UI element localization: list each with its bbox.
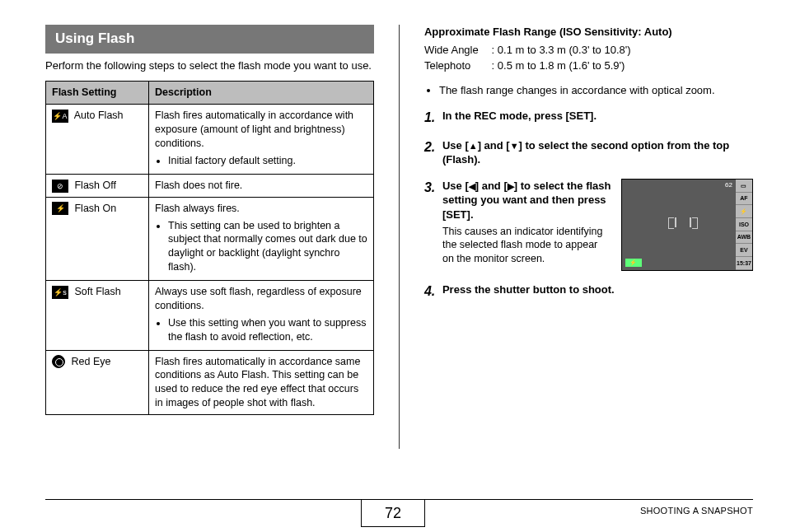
- range-note: The flash range changes in accordance wi…: [424, 83, 753, 98]
- description-bullet: This setting can be used to brighten a s…: [168, 219, 367, 275]
- step-number: 1.: [424, 109, 442, 127]
- lcd-side-panel: ▭AF⚡ISOAWBEV15:37: [736, 180, 752, 270]
- range-wide-value: : 0.1 m to 3.3 m (0.3' to 10.8'): [492, 44, 631, 56]
- step-sub: This causes an indicator identifying the…: [442, 225, 611, 267]
- down-arrow-icon: ▼: [510, 140, 519, 152]
- col-header-setting: Flash Setting: [46, 82, 149, 105]
- manual-page: Using Flash Perform the following steps …: [0, 0, 786, 457]
- flash-mode-icon: ⚡s: [52, 286, 68, 299]
- section-title: Using Flash: [45, 25, 374, 54]
- setting-cell: ⚡s Soft Flash: [46, 281, 149, 351]
- steps-list: 1.In the REC mode, press [SET].2.Use [▲]…: [424, 109, 753, 300]
- step-head: Press the shutter button to shoot.: [442, 282, 753, 297]
- setting-cell: ⚡ Flash On: [46, 197, 149, 280]
- step-body: In the REC mode, press [SET].: [442, 109, 753, 127]
- description-text: Flash fires automatically in accordance …: [155, 355, 367, 411]
- intro-text: Perform the following steps to select th…: [45, 58, 374, 73]
- focus-frame-icon: [675, 217, 691, 227]
- description-cell: Flash always fires.This setting can be u…: [149, 197, 374, 280]
- setting-name: Soft Flash: [72, 286, 121, 297]
- setting-name: Flash Off: [72, 180, 116, 191]
- col-header-description: Description: [149, 82, 374, 105]
- step-body: Use [◀] and [▶] to select the flash sett…: [442, 179, 753, 271]
- step-body: Press the shutter button to shoot.: [442, 282, 753, 301]
- table-row: ⚡s Soft FlashAlways use soft flash, rega…: [46, 281, 374, 351]
- description-text: Flash does not fire.: [155, 179, 367, 193]
- lcd-side-item: ⚡: [736, 205, 752, 218]
- step-number: 2.: [424, 138, 442, 167]
- right-column: Approximate Flash Range (ISO Sensitivity…: [424, 25, 753, 449]
- step-head: Use [◀] and [▶] to select the flash sett…: [442, 179, 611, 222]
- flash-indicator-icon: ⚡: [625, 259, 642, 267]
- description-cell: Flash fires automatically in accordance …: [149, 350, 374, 415]
- description-text: Flash always fires.: [155, 202, 367, 216]
- setting-cell: Red Eye: [46, 350, 149, 415]
- step-number: 3.: [424, 179, 442, 271]
- setting-cell: ⊘ Flash Off: [46, 174, 149, 197]
- lcd-side-item: 15:37: [736, 257, 752, 270]
- step-number: 4.: [424, 282, 442, 301]
- lcd-frame-count: 62: [725, 181, 732, 190]
- lcd-side-item: ISO: [736, 218, 752, 231]
- setting-cell: ⚡A Auto Flash: [46, 105, 149, 175]
- description-text: Flash fires automatically in accordance …: [155, 109, 367, 151]
- step-head: Use [▲] and [▼] to select the second opt…: [442, 138, 753, 167]
- description-cell: Always use soft flash, regardless of exp…: [149, 281, 374, 351]
- description-cell: Flash fires automatically in accordance …: [149, 105, 374, 175]
- setting-name: Flash On: [72, 203, 116, 214]
- range-tele-value: : 0.5 m to 1.8 m (1.6' to 5.9'): [492, 59, 625, 72]
- step-item: 3.Use [◀] and [▶] to select the flash se…: [424, 179, 753, 271]
- description-text: Always use soft flash, regardless of exp…: [155, 285, 367, 313]
- flash-settings-table: Flash Setting Description ⚡A Auto FlashF…: [45, 81, 374, 415]
- table-row: ⚡ Flash OnFlash always fires.This settin…: [46, 197, 374, 280]
- table-row: Red EyeFlash fires automatically in acco…: [46, 350, 374, 415]
- range-wide-label: Wide Angle: [424, 43, 489, 58]
- column-divider: [399, 25, 400, 449]
- step-item: 2.Use [▲] and [▼] to select the second o…: [424, 138, 753, 167]
- lcd-side-item: ▭: [736, 180, 752, 193]
- table-row: ⚡A Auto FlashFlash fires automatically i…: [46, 105, 374, 175]
- description-bullet: Use this setting when you want to suppre…: [168, 316, 367, 344]
- description-bullets: This setting can be used to brighten a s…: [155, 219, 367, 275]
- lcd-side-item: EV: [736, 244, 752, 257]
- range-wide: Wide Angle : 0.1 m to 3.3 m (0.3' to 10.…: [424, 43, 753, 58]
- left-arrow-icon: ◀: [469, 180, 475, 193]
- flash-mode-icon: ⚡: [52, 202, 68, 215]
- right-arrow-icon: ▶: [508, 180, 514, 193]
- lcd-side-item: AF: [736, 193, 752, 206]
- range-tele: Telephoto : 0.5 m to 1.8 m (1.6' to 5.9'…: [424, 58, 753, 73]
- chapter-name: SHOOTING A SNAPSHOT: [640, 505, 753, 517]
- description-cell: Flash does not fire.: [149, 174, 374, 197]
- table-row: ⊘ Flash OffFlash does not fire.: [46, 174, 374, 197]
- flash-range-title: Approximate Flash Range (ISO Sensitivity…: [424, 25, 753, 40]
- range-tele-label: Telephoto: [424, 58, 489, 73]
- flash-mode-icon: [52, 355, 65, 368]
- step-head: In the REC mode, press [SET].: [442, 109, 753, 124]
- step-item: 1.In the REC mode, press [SET].: [424, 109, 753, 127]
- setting-name: Auto Flash: [72, 110, 124, 121]
- left-column: Using Flash Perform the following steps …: [45, 25, 374, 449]
- step-body: Use [▲] and [▼] to select the second opt…: [442, 138, 753, 167]
- description-bullets: Initial factory default setting.: [155, 154, 367, 168]
- lcd-preview: 62⚡▭AF⚡ISOAWBEV15:37: [621, 179, 753, 271]
- page-number: 72: [361, 499, 425, 527]
- description-bullets: Use this setting when you want to suppre…: [155, 316, 367, 344]
- description-bullet: Initial factory default setting.: [168, 154, 367, 168]
- flash-mode-icon: ⊘: [52, 180, 68, 193]
- step-item: 4.Press the shutter button to shoot.: [424, 282, 753, 301]
- lcd-side-item: AWB: [736, 231, 752, 245]
- flash-mode-icon: ⚡A: [52, 110, 68, 123]
- setting-name: Red Eye: [68, 356, 110, 367]
- range-note-text: The flash range changes in accordance wi…: [439, 83, 753, 98]
- up-arrow-icon: ▲: [469, 140, 478, 152]
